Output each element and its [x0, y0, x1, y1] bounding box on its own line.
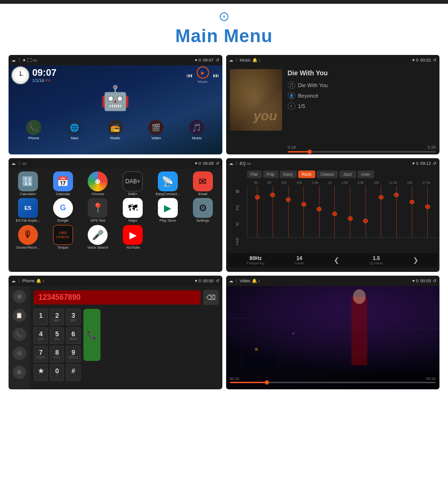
- eq-tab-jazz[interactable]: Jazz: [339, 171, 356, 178]
- eq-sidebar: ≋ EQ ≡ FAB: [228, 181, 247, 252]
- svg-point-13: [255, 348, 258, 351]
- freq-10k: 10k: [374, 181, 379, 184]
- app-calendar[interactable]: 📅 Calendar: [46, 171, 80, 196]
- eq-bottom: 80Hz Frequency 14 Level ❮ 1.5 Q value ❯: [228, 253, 438, 267]
- music-progress-track[interactable]: [288, 151, 436, 153]
- key-4[interactable]: 4GHI: [34, 327, 48, 344]
- eq-bar-6[interactable]: [332, 186, 337, 237]
- video-status-refresh: ↺: [433, 278, 437, 283]
- eq-tab-flat[interactable]: Flat: [247, 171, 262, 178]
- phone-sidebar: ⊞ 📋 📞 ⊙ ⚙: [9, 286, 30, 389]
- app-dab[interactable]: DAB+ DAB+: [116, 171, 149, 196]
- app-voicesearch[interactable]: 🎤 Voice Search: [82, 225, 115, 250]
- eq-bar-2[interactable]: [270, 186, 275, 237]
- google-label: Google: [57, 219, 69, 223]
- eq-next-btn[interactable]: ❯: [413, 256, 419, 264]
- freq-25k: 2.5k: [357, 181, 364, 184]
- eq-tab-easy[interactable]: Easy: [280, 171, 297, 178]
- key-8[interactable]: 8TUV: [50, 346, 64, 362]
- eq-freq-labels: 60 80 100 200 0.5k 1k 1.5k 2.5k 10k 12.5…: [247, 181, 438, 184]
- video-overlay: 00:20 03:10: [226, 370, 440, 389]
- app-google[interactable]: G Google: [46, 198, 80, 223]
- home-app-radio[interactable]: 📻 Radio: [108, 120, 123, 140]
- eq-tab-classic[interactable]: Classic: [317, 171, 338, 178]
- app-chrome[interactable]: ⊕ Chrome: [82, 171, 115, 196]
- app-settings[interactable]: ⚙ Settings: [186, 198, 219, 223]
- music-label-icon: Music: [192, 136, 202, 140]
- track-icon: ≡: [288, 102, 295, 110]
- app-playstore[interactable]: ▶ Play Store: [151, 198, 184, 223]
- eq-bar-10[interactable]: [394, 186, 399, 237]
- app-easyconnect[interactable]: 📡 EasyConnect...: [151, 171, 184, 196]
- eq-bar-12[interactable]: [425, 186, 430, 237]
- song-icon: 🎵: [288, 81, 295, 89]
- key-3[interactable]: 3DEF: [66, 309, 80, 325]
- eq-tab-pop[interactable]: Pop: [263, 171, 278, 178]
- play-btn[interactable]: ▶: [197, 66, 209, 79]
- home-app-navi[interactable]: 🌐 Navi: [67, 120, 82, 140]
- app-torque[interactable]: OBDCHECK Torque: [46, 225, 80, 250]
- app-email[interactable]: ✉ Email: [186, 171, 219, 196]
- video-progress-track[interactable]: [230, 382, 436, 383]
- music-status-icons: ☁ ⋮ Music 🔔 ↕: [229, 58, 261, 63]
- key-hash[interactable]: #: [66, 364, 80, 381]
- key-7[interactable]: 7PQRS: [34, 346, 48, 362]
- eq-tab-user[interactable]: User: [357, 171, 374, 178]
- key-2[interactable]: 2ABC: [50, 309, 64, 325]
- eq-bar-1[interactable]: [255, 186, 260, 237]
- eq-tabs: Flat Pop Easy Rock Classic Jazz User: [247, 171, 438, 178]
- phone-status-left: ☁ ⋮ Phone 🔔 ↕: [11, 278, 45, 283]
- eq-prev-btn[interactable]: ❮: [334, 256, 339, 264]
- email-label: Email: [198, 192, 207, 196]
- freq-175k: 17.5k: [422, 181, 430, 184]
- bluetooth-sidebar-icon[interactable]: ⊙: [13, 347, 26, 360]
- fab-icon: ≡: [236, 221, 239, 227]
- eq-tab-rock[interactable]: Rock: [298, 171, 316, 178]
- eq-bar-7[interactable]: [348, 186, 353, 237]
- backspace-btn[interactable]: ⌫: [203, 290, 219, 305]
- svg-point-14: [292, 332, 294, 334]
- video-total-time: 03:10: [426, 377, 436, 381]
- key-5[interactable]: 5JKL: [50, 327, 64, 344]
- radio-label: Radio: [110, 136, 120, 140]
- eq-bar-9[interactable]: [379, 186, 384, 237]
- track-item: ≡ 1/5: [288, 102, 436, 110]
- home-date: 1/1/16 Fri: [32, 78, 56, 83]
- eq-bar-5[interactable]: [317, 186, 321, 237]
- key-6[interactable]: 6MNO: [66, 327, 80, 344]
- eq-bar-4[interactable]: [302, 186, 306, 237]
- app-maps[interactable]: 🗺 Maps: [116, 198, 149, 223]
- recent-sidebar-icon[interactable]: 📞: [13, 328, 26, 341]
- home-time-widget: 09:07 1/1/16 Fri: [11, 66, 56, 84]
- music-screen: ☁ ⋮ Music 🔔 ↕ ♥ 0 00:02 ↺ you Die With Y…: [226, 55, 440, 154]
- key-star[interactable]: ★: [34, 364, 48, 381]
- music-progress: 0:18 3:39: [288, 145, 436, 154]
- eq-bar-3[interactable]: [286, 186, 291, 237]
- freq-100: 100: [281, 181, 287, 184]
- settings-sidebar-icon[interactable]: ⚙: [13, 366, 26, 379]
- home-time: 09:07: [32, 68, 56, 77]
- app-gpstest[interactable]: 📍 GPS Test: [82, 198, 115, 223]
- music-status-refresh: ↺: [433, 58, 437, 63]
- eq-status-time: 09:12: [420, 161, 431, 166]
- key-0[interactable]: 0+: [50, 364, 64, 381]
- home-app-music[interactable]: 🎵 Music: [189, 120, 204, 140]
- home-app-phone[interactable]: 📞 Phone: [26, 120, 41, 140]
- call-button[interactable]: 📞: [83, 309, 101, 361]
- svg-rect-6: [226, 318, 320, 319]
- app-soundrecorder[interactable]: 🎙 Sound Recor...: [11, 225, 45, 250]
- home-app-video[interactable]: 🎬 Video: [148, 120, 164, 140]
- eq-bar-11[interactable]: [410, 186, 414, 237]
- app-esfile[interactable]: ES ES File Explo...: [11, 198, 45, 223]
- prev-btn[interactable]: ⏮: [186, 72, 193, 79]
- dab-icon: DAB+: [123, 171, 143, 191]
- dialpad-sidebar-icon[interactable]: ⊞: [13, 290, 26, 303]
- key-9[interactable]: 9WXYZ: [66, 346, 80, 362]
- app-calculator[interactable]: 🔢 Calculator: [11, 171, 45, 196]
- eq-bar-8[interactable]: [363, 186, 368, 237]
- contacts-sidebar-icon[interactable]: 📋: [13, 309, 26, 322]
- key-1[interactable]: 1: [34, 309, 48, 325]
- app-youtube[interactable]: ▶ YouTube: [116, 225, 149, 250]
- next-btn[interactable]: ⏭: [213, 72, 219, 79]
- maps-label: Maps: [128, 219, 137, 223]
